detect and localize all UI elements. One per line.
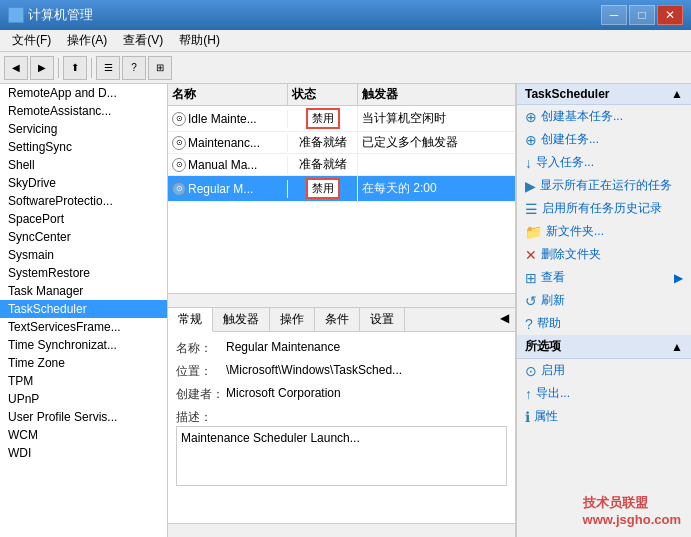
status-ready: 准备就绪	[299, 134, 347, 151]
detail-author-value: Microsoft Corporation	[226, 386, 507, 403]
sidebar-item-timezone[interactable]: Time Zone	[0, 354, 167, 372]
title-bar: 计算机管理 ─ □ ✕	[0, 0, 691, 30]
action-section-collapse-icon[interactable]: ▲	[671, 87, 683, 101]
sidebar-item-synccenter[interactable]: SyncCenter	[0, 228, 167, 246]
menu-file[interactable]: 文件(F)	[4, 30, 59, 51]
col-name: 名称	[168, 84, 288, 105]
task-row[interactable]: ⊙ Maintenanc... 准备就绪 已定义多个触发器	[168, 132, 515, 154]
tab-condition[interactable]: 条件	[315, 308, 360, 331]
tab-settings[interactable]: 设置	[360, 308, 405, 331]
sidebar-item-textservices[interactable]: TextServicesFrame...	[0, 318, 167, 336]
bottom-hscrollbar[interactable]	[168, 523, 515, 537]
right-panel: TaskScheduler ▲ ⊕ 创建基本任务... ⊕ 创建任务... ↓ …	[516, 84, 691, 537]
sidebar-item-skydrive[interactable]: SkyDrive	[0, 174, 167, 192]
up-button[interactable]: ⬆	[63, 56, 87, 80]
detail-content: 名称： Regular Maintenance 位置： \Microsoft\W…	[168, 332, 515, 523]
task-clock-icon: ⊙	[172, 158, 186, 172]
action-new-folder[interactable]: 📁 新文件夹...	[517, 220, 691, 243]
sidebar-item-spaceport[interactable]: SpacePort	[0, 210, 167, 228]
task-cell-status: 禁用	[288, 176, 358, 201]
action-show-running[interactable]: ▶ 显示所有正在运行的任务	[517, 174, 691, 197]
task-row[interactable]: ⊙ Idle Mainte... 禁用 当计算机空闲时	[168, 106, 515, 132]
menu-action[interactable]: 操作(A)	[59, 30, 115, 51]
action-section-taskscheduler-title: TaskScheduler	[525, 87, 609, 101]
sidebar-item-systemrestore[interactable]: SystemRestore	[0, 264, 167, 282]
app-icon	[8, 7, 24, 23]
tab-general[interactable]: 常规	[168, 308, 213, 332]
action-create-task[interactable]: ⊕ 创建任务...	[517, 128, 691, 151]
back-button[interactable]: ◀	[4, 56, 28, 80]
delete-folder-icon: ✕	[525, 247, 537, 263]
action-enable-history[interactable]: ☰ 启用所有任务历史记录	[517, 197, 691, 220]
forward-button[interactable]: ▶	[30, 56, 54, 80]
detail-name-value: Regular Maintenance	[226, 340, 507, 357]
toolbar-separator-2	[91, 58, 92, 78]
task-cell-status: 准备就绪	[288, 132, 358, 153]
task-list-scroll[interactable]: ⊙ Idle Mainte... 禁用 当计算机空闲时 ⊙ Maintenanc…	[168, 106, 515, 293]
task-cell-name: ⊙ Regular M...	[168, 180, 288, 198]
import-task-icon: ↓	[525, 155, 532, 171]
sidebar-item-servicing[interactable]: Servicing	[0, 120, 167, 138]
title-bar-controls: ─ □ ✕	[601, 5, 683, 25]
main-container: RemoteApp and D... RemoteAssistanc... Se…	[0, 84, 691, 537]
title-bar-left: 计算机管理	[8, 6, 93, 24]
tab-bar: 常规 触发器 操作 条件 设置 ◀	[168, 308, 515, 332]
sidebar-item-shell[interactable]: Shell	[0, 156, 167, 174]
sidebar-item-remoteapp[interactable]: RemoteApp and D...	[0, 84, 167, 102]
task-row[interactable]: ⊙ Manual Ma... 准备就绪	[168, 154, 515, 176]
sidebar-item-wdi[interactable]: WDI	[0, 444, 167, 462]
action-properties[interactable]: ℹ 属性	[517, 405, 691, 428]
action-import-task[interactable]: ↓ 导入任务...	[517, 151, 691, 174]
enable-icon: ⊙	[525, 363, 537, 379]
task-cell-name: ⊙ Idle Mainte...	[168, 110, 288, 128]
sidebar-item-taskmanager[interactable]: Task Manager	[0, 282, 167, 300]
sidebar-item-taskscheduler[interactable]: TaskScheduler	[0, 300, 167, 318]
action-section-selected-title: 所选项	[525, 338, 561, 355]
sidebar-item-upnp[interactable]: UPnP	[0, 390, 167, 408]
task-name-label: Idle Mainte...	[188, 112, 257, 126]
sidebar-item-settingsync[interactable]: SettingSync	[0, 138, 167, 156]
help-toolbar-button[interactable]: ?	[122, 56, 146, 80]
action-create-basic-task[interactable]: ⊕ 创建基本任务...	[517, 105, 691, 128]
minimize-button[interactable]: ─	[601, 5, 627, 25]
action-enable[interactable]: ⊙ 启用	[517, 359, 691, 382]
refresh-icon: ↺	[525, 293, 537, 309]
sidebar-item-sysmain[interactable]: Sysmain	[0, 246, 167, 264]
sidebar-item-softwareprotection[interactable]: SoftwareProtectio...	[0, 192, 167, 210]
action-section-selected-collapse[interactable]: ▲	[671, 340, 683, 354]
toolbar-separator-1	[58, 58, 59, 78]
task-row-selected[interactable]: ⊙ Regular M... 禁用 在每天的 2:00	[168, 176, 515, 202]
action-refresh[interactable]: ↺ 刷新	[517, 289, 691, 312]
col-trigger: 触发器	[358, 84, 515, 105]
menu-help[interactable]: 帮助(H)	[171, 30, 228, 51]
detail-desc-label: 描述：	[176, 409, 226, 426]
help-icon: ?	[525, 316, 533, 332]
tab-trigger[interactable]: 触发器	[213, 308, 270, 331]
sidebar-item-timesync[interactable]: Time Synchronizat...	[0, 336, 167, 354]
sidebar-item-wcm[interactable]: WCM	[0, 426, 167, 444]
tab-scroll-arrow[interactable]: ◀	[494, 308, 515, 331]
sidebar-item-tpm[interactable]: TPM	[0, 372, 167, 390]
menu-view[interactable]: 查看(V)	[115, 30, 171, 51]
show-hide-button[interactable]: ☰	[96, 56, 120, 80]
middle-content: 名称 状态 触发器 ⊙ Idle Mainte... 禁用 当计算机	[168, 84, 515, 537]
action-help[interactable]: ? 帮助	[517, 312, 691, 335]
tab-action[interactable]: 操作	[270, 308, 315, 331]
task-clock-icon: ⊙	[172, 182, 186, 196]
task-list-hscrollbar[interactable]	[168, 293, 515, 307]
window-title: 计算机管理	[28, 6, 93, 24]
task-clock-icon: ⊙	[172, 112, 186, 126]
action-view[interactable]: ⊞ 查看 ▶	[517, 266, 691, 289]
detail-row-name: 名称： Regular Maintenance	[176, 340, 507, 357]
sidebar-item-userprofile[interactable]: User Profile Servis...	[0, 408, 167, 426]
col-status: 状态	[288, 84, 358, 105]
extra-button[interactable]: ⊞	[148, 56, 172, 80]
sidebar-item-remoteassistance[interactable]: RemoteAssistanc...	[0, 102, 167, 120]
maximize-button[interactable]: □	[629, 5, 655, 25]
action-delete-folder[interactable]: ✕ 删除文件夹	[517, 243, 691, 266]
detail-name-label: 名称：	[176, 340, 226, 357]
action-export[interactable]: ↑ 导出...	[517, 382, 691, 405]
close-button[interactable]: ✕	[657, 5, 683, 25]
export-icon: ↑	[525, 386, 532, 402]
task-cell-trigger: 已定义多个触发器	[358, 132, 515, 153]
